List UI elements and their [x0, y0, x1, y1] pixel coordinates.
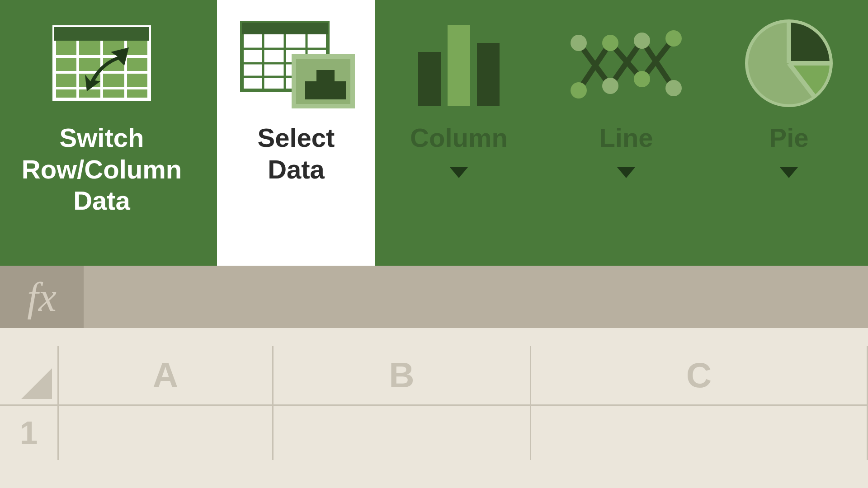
- formula-bar: fx: [0, 266, 868, 328]
- table-row: 1: [0, 406, 868, 460]
- ribbon-toolbar: Switch Row/Column Data Select Data: [0, 0, 868, 266]
- switch-row-column-icon: [50, 18, 154, 108]
- cell-c1[interactable]: [531, 406, 868, 460]
- line-chart-label: Line: [599, 122, 653, 154]
- column-chart-button[interactable]: Column: [375, 0, 542, 266]
- select-data-icon: [237, 18, 355, 108]
- svg-rect-18: [448, 25, 470, 106]
- spreadsheet-area: A B C 1: [0, 346, 868, 488]
- line-chart-icon: [567, 18, 685, 108]
- chevron-down-icon: [450, 167, 468, 178]
- row-header-1[interactable]: 1: [0, 406, 59, 460]
- svg-point-22: [634, 71, 650, 87]
- svg-point-27: [665, 80, 682, 96]
- column-chart-icon: [409, 18, 509, 108]
- svg-rect-17: [418, 52, 441, 106]
- svg-rect-9: [242, 23, 328, 34]
- cell-a1[interactable]: [59, 406, 274, 460]
- pie-chart-button[interactable]: Pie: [710, 0, 868, 266]
- select-data-label: Select Data: [258, 122, 335, 185]
- svg-point-25: [602, 78, 618, 94]
- svg-point-26: [634, 33, 650, 49]
- chevron-down-icon: [780, 167, 798, 178]
- fx-button[interactable]: fx: [0, 266, 84, 328]
- column-chart-label: Column: [410, 122, 508, 154]
- select-all-corner[interactable]: [0, 346, 59, 406]
- select-all-triangle-icon: [21, 368, 52, 399]
- svg-point-23: [665, 30, 682, 47]
- formula-input[interactable]: [84, 266, 868, 328]
- svg-rect-19: [477, 43, 500, 106]
- switch-row-column-label: Switch Row/Column Data: [22, 122, 182, 216]
- svg-point-21: [602, 35, 618, 51]
- cell-b1[interactable]: [274, 406, 531, 460]
- chevron-down-icon: [617, 167, 635, 178]
- column-header-c[interactable]: C: [531, 346, 868, 406]
- column-header-a[interactable]: A: [59, 346, 274, 406]
- column-header-b[interactable]: B: [274, 346, 531, 406]
- svg-point-24: [571, 35, 587, 51]
- line-chart-button[interactable]: Line: [542, 0, 710, 266]
- fx-icon: fx: [27, 274, 57, 320]
- svg-rect-1: [54, 27, 149, 41]
- svg-point-20: [571, 82, 587, 99]
- column-headers-row: A B C: [0, 346, 868, 406]
- pie-chart-icon: [744, 18, 834, 108]
- select-data-button[interactable]: Select Data: [217, 0, 375, 266]
- pie-chart-label: Pie: [769, 122, 808, 154]
- switch-row-column-button[interactable]: Switch Row/Column Data: [0, 0, 217, 266]
